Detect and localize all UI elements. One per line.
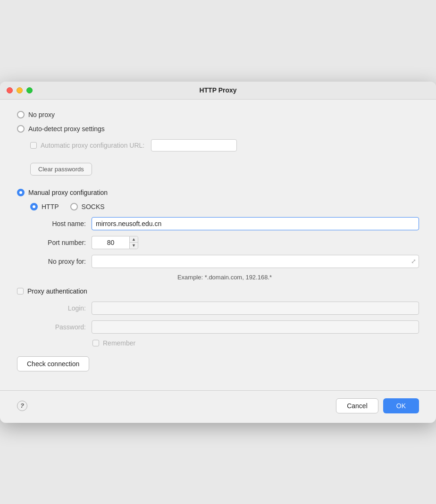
no-proxy-label: No proxy <box>28 111 55 118</box>
socks-label: SOCKS <box>82 203 105 210</box>
port-number-row: Port number: ▲ ▼ <box>30 236 419 249</box>
host-name-input[interactable] <box>92 217 419 230</box>
manual-proxy-label: Manual proxy configuration <box>28 189 108 196</box>
host-name-row: Host name: <box>30 217 419 230</box>
auto-detect-label: Auto-detect proxy settings <box>28 125 105 133</box>
ok-button[interactable]: OK <box>383 398 419 413</box>
footer-buttons: Cancel OK <box>336 398 419 413</box>
port-spinner: ▲ ▼ <box>129 236 138 249</box>
remember-row: Remember <box>92 339 419 347</box>
check-connection-button[interactable]: Check connection <box>17 356 89 371</box>
auto-config-checkbox[interactable] <box>30 142 37 149</box>
proxy-auth-checkbox[interactable] <box>17 288 24 294</box>
maximize-button[interactable] <box>26 87 33 93</box>
titlebar: HTTP Proxy <box>0 82 436 100</box>
close-button[interactable] <box>7 87 13 93</box>
footer-divider <box>0 390 436 391</box>
remember-checkbox[interactable] <box>92 340 99 346</box>
auto-detect-row: Auto-detect proxy settings <box>17 125 419 133</box>
remember-label: Remember <box>103 339 135 347</box>
auto-detect-option[interactable]: Auto-detect proxy settings <box>17 125 105 133</box>
content-area: No proxy Auto-detect proxy settings Auto… <box>0 100 436 390</box>
port-container: ▲ ▼ <box>92 236 138 249</box>
no-proxy-radio[interactable] <box>17 111 25 118</box>
port-decrement-button[interactable]: ▼ <box>130 243 138 249</box>
cancel-button[interactable]: Cancel <box>336 398 378 413</box>
help-button[interactable]: ? <box>17 401 27 411</box>
protocol-row: HTTP SOCKS <box>30 203 419 210</box>
login-label: Login: <box>30 304 92 312</box>
port-increment-button[interactable]: ▲ <box>130 236 138 243</box>
example-text: Example: *.domain.com, 192.168.* <box>30 274 419 281</box>
auto-config-checkbox-row: Automatic proxy configuration URL: <box>30 139 237 151</box>
clear-passwords-container: Clear passwords <box>30 158 419 182</box>
port-number-label: Port number: <box>30 239 92 246</box>
http-option[interactable]: HTTP <box>30 203 59 210</box>
footer: ? Cancel OK <box>0 398 436 423</box>
port-number-input[interactable] <box>92 236 129 249</box>
no-proxy-for-label: No proxy for: <box>30 258 92 265</box>
host-name-label: Host name: <box>30 220 92 227</box>
auto-config-url-row: Automatic proxy configuration URL: <box>30 139 419 151</box>
http-proxy-window: HTTP Proxy No proxy Auto-detect proxy se… <box>0 82 436 423</box>
http-radio[interactable] <box>30 203 38 210</box>
password-input[interactable] <box>92 320 419 334</box>
proxy-auth-row: Proxy authentication <box>17 287 419 295</box>
socks-option[interactable]: SOCKS <box>70 203 105 210</box>
no-proxy-for-input[interactable] <box>92 255 419 268</box>
manual-proxy-option[interactable]: Manual proxy configuration <box>17 189 108 196</box>
manual-proxy-radio[interactable] <box>17 189 25 196</box>
window-title: HTTP Proxy <box>199 86 236 94</box>
password-label: Password: <box>30 323 92 331</box>
auto-config-url-input[interactable] <box>151 139 237 151</box>
auto-config-url-label: Automatic proxy configuration URL: <box>41 142 144 149</box>
no-proxy-for-container: ⤢ <box>92 255 419 268</box>
no-proxy-row: No proxy <box>17 111 419 118</box>
traffic-lights <box>7 87 33 93</box>
proxy-auth-label: Proxy authentication <box>27 287 87 295</box>
minimize-button[interactable] <box>17 87 23 93</box>
manual-proxy-row: Manual proxy configuration <box>17 189 419 196</box>
http-label: HTTP <box>42 203 59 210</box>
login-row: Login: <box>30 302 419 315</box>
password-row: Password: <box>30 320 419 334</box>
socks-radio[interactable] <box>70 203 78 210</box>
clear-passwords-button[interactable]: Clear passwords <box>30 163 92 176</box>
login-input[interactable] <box>92 302 419 315</box>
no-proxy-for-row: No proxy for: ⤢ <box>30 255 419 268</box>
no-proxy-option[interactable]: No proxy <box>17 111 55 118</box>
auto-detect-radio[interactable] <box>17 125 25 133</box>
